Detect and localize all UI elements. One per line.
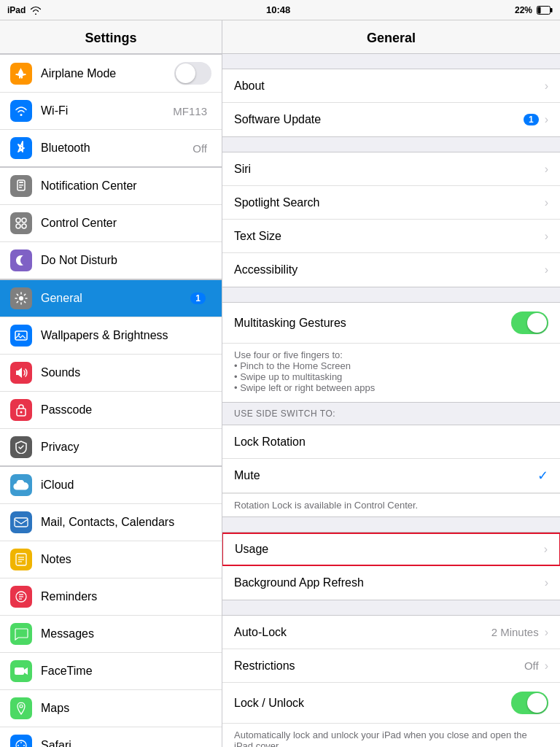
text-size-row[interactable]: Text Size › — [222, 220, 560, 253]
status-left: iPad — [7, 5, 42, 15]
mail-label: Mail, Contacts, Calendars — [41, 516, 211, 529]
lock-unlock-toggle-thumb — [527, 693, 547, 713]
software-update-badge: 1 — [524, 114, 539, 125]
ipad-label: iPad — [7, 5, 26, 15]
mail-icon — [10, 511, 32, 533]
sidebar-item-notes[interactable]: Notes — [0, 541, 222, 578]
svg-rect-26 — [15, 667, 24, 675]
right-group-2: Siri › Spotlight Search › Text Size › Ac… — [222, 152, 560, 287]
sidebar-item-facetime[interactable]: FaceTime — [0, 653, 222, 690]
multitasking-note: Use four or five fingers to:• Pinch to t… — [222, 344, 560, 402]
background-refresh-row[interactable]: Background App Refresh › — [222, 566, 560, 600]
lock-rotation-row[interactable]: Lock Rotation — [222, 425, 560, 459]
usage-chevron: › — [544, 543, 548, 556]
messages-label: Messages — [41, 627, 211, 640]
settings-group-1: Airplane Mode Wi-Fi MF113 — [0, 54, 222, 167]
software-update-row[interactable]: Software Update 1 › — [222, 103, 560, 136]
svg-point-10 — [16, 224, 20, 228]
bluetooth-label: Bluetooth — [41, 142, 192, 155]
left-panel-header: Settings — [0, 20, 222, 54]
svg-rect-2 — [551, 8, 553, 12]
general-label: General — [41, 292, 190, 305]
right-group-5: Usage › Background App Refresh › — [222, 532, 560, 600]
about-chevron: › — [545, 80, 548, 93]
notification-label: Notification Center — [41, 179, 211, 193]
accessibility-row[interactable]: Accessibility › — [222, 253, 560, 287]
right-panel-header: General — [222, 20, 560, 54]
wallpaper-label: Wallpapers & Brightness — [41, 329, 211, 342]
svg-point-12 — [19, 296, 23, 301]
battery-percent: 22% — [515, 5, 532, 15]
auto-lock-chevron: › — [545, 626, 548, 639]
svg-point-27 — [20, 705, 23, 708]
sidebar-item-general[interactable]: General 1 — [0, 280, 222, 317]
mute-label: Mute — [234, 469, 537, 482]
lock-unlock-toggle[interactable] — [511, 692, 548, 714]
control-icon — [10, 212, 32, 234]
general-badge: 1 — [190, 293, 206, 304]
auto-lock-row[interactable]: Auto-Lock 2 Minutes › — [222, 616, 560, 649]
sidebar-item-icloud[interactable]: iCloud — [0, 467, 222, 504]
reminders-label: Reminders — [41, 590, 211, 603]
airplane-toggle[interactable] — [174, 62, 211, 85]
sidebar-item-wifi[interactable]: Wi-Fi MF113 — [0, 93, 222, 130]
sidebar-item-sounds[interactable]: Sounds — [0, 355, 222, 392]
svg-rect-17 — [15, 518, 28, 527]
facetime-icon — [10, 660, 32, 682]
lock-unlock-row[interactable]: Lock / Unlock — [222, 683, 560, 724]
svg-point-28 — [16, 740, 26, 747]
sidebar-item-wallpaper[interactable]: Wallpapers & Brightness — [0, 317, 222, 355]
privacy-icon — [10, 436, 32, 458]
multitasking-toggle[interactable] — [511, 311, 548, 334]
spotlight-label: Spotlight Search — [234, 196, 545, 209]
notes-label: Notes — [41, 553, 211, 566]
sidebar-item-maps[interactable]: Maps — [0, 690, 222, 727]
background-refresh-label: Background App Refresh — [234, 576, 545, 589]
text-size-chevron: › — [545, 230, 548, 243]
multitasking-row[interactable]: Multitasking Gestures — [222, 303, 560, 344]
notification-icon — [10, 175, 32, 197]
multitasking-toggle-thumb — [527, 313, 547, 333]
right-group-3: Multitasking Gestures Use four or five f… — [222, 302, 560, 403]
side-switch-label: USE SIDE SWITCH TO: — [222, 403, 560, 422]
main-layout: Settings Airplane Mode — [0, 20, 560, 747]
sidebar-item-passcode[interactable]: Passcode — [0, 392, 222, 429]
restrictions-value: Off — [524, 659, 539, 672]
usage-row[interactable]: Usage › — [222, 533, 560, 566]
restrictions-row[interactable]: Restrictions Off › — [222, 649, 560, 683]
sidebar-item-privacy[interactable]: Privacy — [0, 429, 222, 465]
safari-label: Safari — [41, 739, 211, 747]
reminders-icon — [10, 586, 32, 608]
restrictions-label: Restrictions — [234, 659, 524, 673]
auto-lock-label: Auto-Lock — [234, 626, 491, 639]
passcode-icon — [10, 399, 32, 421]
sidebar-item-bluetooth[interactable]: Bluetooth Off — [0, 130, 222, 166]
wifi-icon — [30, 6, 42, 15]
sidebar-item-messages[interactable]: Messages — [0, 616, 222, 653]
status-right: 22% — [515, 5, 553, 15]
bluetooth-value: Off — [192, 142, 207, 155]
sidebar-item-notification[interactable]: Notification Center — [0, 168, 222, 205]
settings-group-3: General 1 Wallpapers & Brightness Sounds — [0, 279, 222, 466]
svg-rect-6 — [19, 185, 23, 186]
wifi-label: Wi-Fi — [41, 104, 173, 117]
mute-row[interactable]: Mute ✓ — [222, 459, 560, 493]
wallpaper-icon — [10, 325, 32, 347]
sidebar-item-safari[interactable]: Safari — [0, 727, 222, 747]
siri-row[interactable]: Siri › — [222, 152, 560, 186]
sidebar-item-reminders[interactable]: Reminders — [0, 578, 222, 616]
sidebar-item-mail[interactable]: Mail, Contacts, Calendars — [0, 504, 222, 541]
sidebar-item-control[interactable]: Control Center — [0, 205, 222, 242]
right-group-side-switch: Lock Rotation Mute ✓ Rotation Lock is av… — [222, 425, 560, 517]
about-row[interactable]: About › — [222, 69, 560, 103]
status-bar: iPad 10:48 22% — [0, 0, 560, 20]
bluetooth-icon — [10, 137, 32, 159]
multitasking-label: Multitasking Gestures — [234, 317, 511, 330]
sidebar-item-airplane[interactable]: Airplane Mode — [0, 55, 222, 93]
maps-icon — [10, 697, 32, 719]
dnd-icon — [10, 249, 32, 271]
settings-group-2: Notification Center Control Center — [0, 167, 222, 279]
svg-point-11 — [22, 224, 26, 228]
sidebar-item-dnd[interactable]: Do Not Disturb — [0, 242, 222, 279]
spotlight-row[interactable]: Spotlight Search › — [222, 186, 560, 220]
